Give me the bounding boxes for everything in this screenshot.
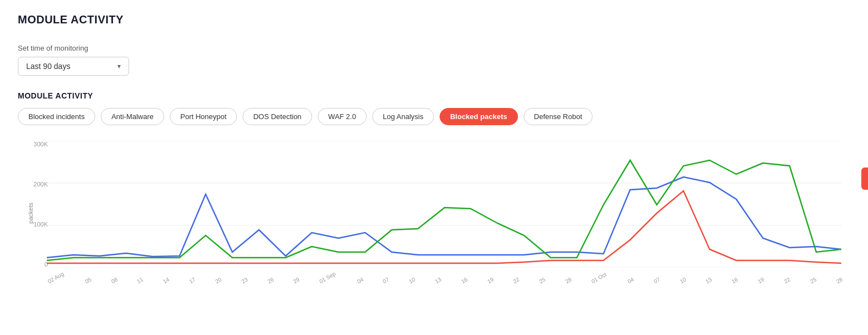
x-axis-tick: 13 [434,276,442,284]
x-axis-tick: 13 [704,276,713,284]
x-axis-tick: 19 [486,276,495,284]
x-axis-tick: 25 [538,276,546,284]
x-axis-tick: 16 [731,276,739,284]
scroll-indicator[interactable] [861,168,868,190]
x-axis-tick: 07 [382,276,390,284]
x-axis-tick: 04 [627,276,635,284]
x-axis-tick: 16 [460,276,468,284]
x-axis-tick: 14 [162,276,170,284]
chart-container: packets 300K200K100K0 02 Aug050811141720… [18,141,850,285]
section-title: MODULE ACTIVITY [18,91,850,100]
x-axis-tick: 05 [84,276,92,284]
x-axis-tick: 22 [783,276,791,284]
y-axis-tick: 300K [33,141,48,147]
tab-waf-2[interactable]: WAF 2.0 [318,108,367,125]
x-axis-tick: 10 [679,276,687,284]
x-axis-tick: 28 [835,276,844,284]
x-axis-tick: 26 [267,276,275,284]
y-axis-labels: 300K200K100K0 [27,141,48,268]
tab-anti-malware[interactable]: Anti-Malware [101,108,164,125]
chevron-down-icon: ▾ [117,62,121,70]
x-axis-tick: 08 [110,276,119,284]
chart-svg [47,141,841,268]
chart-inner [47,141,841,268]
page-title: MODULE ACTIVITY [18,13,850,26]
tab-port-honeypot[interactable]: Port Honeypot [170,108,237,125]
x-axis-tick: 02 Aug [47,270,65,284]
x-axis-tick: 07 [653,276,661,284]
x-axis-tick: 25 [809,276,817,284]
time-select[interactable]: Last 90 days ▾ [18,57,129,76]
x-axis-tick: 23 [240,276,249,284]
x-axis-tick: 20 [214,276,223,284]
x-axis-tick: 19 [757,276,765,284]
x-axis-tick: 10 [408,276,416,284]
time-label: Set time of monitoring [18,44,850,52]
x-axis-tick: 17 [188,276,196,284]
tab-blocked-packets[interactable]: Blocked packets [440,108,518,125]
tab-defense-robot[interactable]: Defense Robot [524,108,593,125]
x-axis-labels: 02 Aug05081114172023262901 Sep0407101316… [47,279,841,285]
x-axis-tick: 11 [136,276,144,284]
y-axis-tick: 200K [33,181,48,188]
x-axis-tick: 29 [292,276,300,284]
x-axis-tick: 01 Oct [590,271,608,284]
y-axis-tick: 100K [33,221,48,228]
tab-dos-detection[interactable]: DOS Detection [243,108,312,125]
tab-bar: Blocked incidentsAnti-MalwarePort Honeyp… [18,108,850,125]
x-axis-tick: 01 Sep [318,270,337,284]
x-axis-tick: 28 [564,276,573,284]
tab-blocked-incidents[interactable]: Blocked incidents [18,108,95,125]
x-axis-tick: 04 [356,276,364,284]
x-axis-tick: 22 [512,276,520,284]
time-select-value: Last 90 days [26,62,70,71]
tab-log-analysis[interactable]: Log Analysis [372,108,434,125]
